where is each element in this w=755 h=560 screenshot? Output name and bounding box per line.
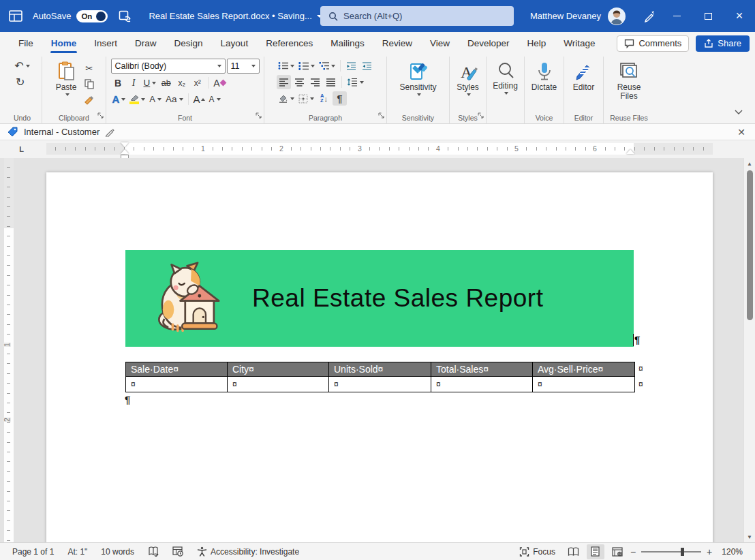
bullets-button[interactable]: [277, 59, 296, 73]
zoom-out-button[interactable]: −: [630, 546, 636, 557]
multilevel-list-button[interactable]: [318, 59, 337, 73]
highlight-button[interactable]: [128, 92, 147, 106]
styles-dialog-launcher[interactable]: [478, 109, 484, 121]
tab-layout[interactable]: Layout: [212, 32, 258, 55]
close-button[interactable]: ×: [724, 0, 755, 32]
scrollbar-thumb[interactable]: [747, 170, 753, 320]
clear-formatting-button[interactable]: A: [212, 76, 226, 90]
tab-review[interactable]: Review: [373, 32, 421, 55]
zoom-level[interactable]: 120%: [716, 547, 748, 557]
word-count[interactable]: 10 words: [95, 547, 140, 557]
cell-units-sold[interactable]: ¤: [329, 377, 431, 392]
share-button[interactable]: Share: [696, 35, 750, 52]
tab-view[interactable]: View: [421, 32, 459, 55]
change-case-button[interactable]: Aa: [164, 92, 185, 106]
cut-button[interactable]: ✂: [82, 61, 96, 75]
maximize-button[interactable]: [692, 0, 724, 32]
header-avg-sell-price[interactable]: Avg·Sell·Price¤: [533, 362, 635, 377]
document-page[interactable]: Real Estate Sales Report ¶ Sale·Date¤ Ci…: [46, 172, 713, 542]
text-effects-button[interactable]: A: [111, 92, 127, 106]
cell-city[interactable]: ¤: [228, 377, 329, 392]
tab-draw[interactable]: Draw: [126, 32, 166, 55]
tab-home[interactable]: Home: [42, 32, 86, 55]
numbering-button[interactable]: [297, 59, 316, 73]
superscript-button[interactable]: x²: [190, 76, 204, 90]
tab-developer[interactable]: Developer: [459, 32, 519, 55]
web-layout-button[interactable]: [608, 544, 626, 559]
tab-mailings[interactable]: Mailings: [322, 32, 373, 55]
first-line-indent-marker[interactable]: [121, 142, 129, 147]
strikethrough-button[interactable]: ab: [159, 76, 173, 90]
vertical-scrollbar[interactable]: ▲ ▼: [743, 158, 755, 542]
comments-button[interactable]: Comments: [617, 35, 689, 52]
macro-status-icon[interactable]: [167, 546, 189, 557]
save-status-icon[interactable]: [117, 10, 132, 23]
zoom-in-button[interactable]: +: [707, 546, 712, 557]
paragraph-dialog-launcher[interactable]: [378, 109, 384, 121]
copy-button[interactable]: [82, 77, 96, 91]
zoom-slider-track[interactable]: [641, 551, 701, 553]
underline-button[interactable]: U: [142, 76, 158, 90]
document-title-control[interactable]: Real Estate Sales Report.docx • Saving..…: [149, 11, 322, 21]
grow-font-button[interactable]: A: [192, 92, 206, 106]
right-indent-marker[interactable]: [626, 149, 634, 154]
align-left-button[interactable]: [277, 75, 291, 89]
page-indicator[interactable]: Page 1 of 1: [7, 547, 59, 557]
show-hide-formatting-button[interactable]: ¶: [333, 91, 347, 106]
banner-title[interactable]: Real Estate Sales Report: [252, 250, 543, 347]
header-city[interactable]: City¤: [228, 362, 329, 377]
hanging-indent-marker[interactable]: [121, 149, 129, 154]
minimize-button[interactable]: [661, 0, 692, 32]
cell-total-sales[interactable]: ¤: [431, 377, 533, 392]
dictate-button[interactable]: Dictate: [527, 59, 561, 110]
tab-insert[interactable]: Insert: [85, 32, 126, 55]
header-total-sales[interactable]: Total·Sales¤: [431, 362, 533, 377]
font-color-button[interactable]: A: [148, 92, 163, 106]
print-layout-button[interactable]: [587, 544, 604, 559]
read-mode-button[interactable]: [565, 544, 583, 559]
tab-references[interactable]: References: [257, 32, 322, 55]
sensitivity-button[interactable]: Sensitivity: [395, 59, 440, 110]
sales-table[interactable]: Sale·Date¤ City¤ Units·Sold¤ Total·Sales…: [125, 362, 635, 392]
tab-stop-selector[interactable]: L: [16, 144, 27, 154]
align-right-button[interactable]: [308, 75, 322, 89]
shrink-font-button[interactable]: A: [208, 92, 222, 106]
increase-indent-button[interactable]: [360, 59, 374, 73]
edit-pencil-icon[interactable]: [105, 127, 114, 137]
decrease-indent-button[interactable]: [344, 59, 358, 73]
font-size-combo[interactable]: 11: [227, 59, 260, 74]
paste-button[interactable]: Paste: [52, 59, 81, 110]
line-spacing-button[interactable]: [345, 75, 365, 89]
styles-button[interactable]: A Styles: [452, 59, 483, 110]
accessibility-status[interactable]: Accessibility: Investigate: [191, 546, 305, 557]
redo-button[interactable]: ↻: [13, 75, 27, 89]
collapse-ribbon-button[interactable]: [735, 106, 743, 118]
shading-button[interactable]: [277, 91, 296, 106]
format-painter-button[interactable]: [82, 93, 96, 108]
sensitivity-bar-close-icon[interactable]: ✕: [735, 127, 748, 138]
cell-sale-date[interactable]: ¤: [126, 377, 228, 392]
font-name-combo[interactable]: Calibri (Body): [111, 59, 226, 74]
justify-button[interactable]: [324, 75, 338, 89]
cell-avg-sell-price[interactable]: ¤: [533, 377, 635, 392]
search-input[interactable]: Search (Alt+Q): [320, 6, 514, 26]
italic-button[interactable]: I: [127, 76, 141, 90]
align-center-button[interactable]: [292, 75, 307, 89]
clipboard-dialog-launcher[interactable]: [97, 109, 104, 121]
ruler-track[interactable]: 1 2 3 4 5 6: [46, 143, 713, 155]
tab-help[interactable]: Help: [519, 32, 555, 55]
tab-file[interactable]: File: [10, 32, 42, 55]
user-name[interactable]: Matthew Devaney: [530, 11, 601, 21]
scroll-down-arrow[interactable]: ▼: [744, 531, 755, 542]
editor-button[interactable]: Editor: [569, 59, 598, 110]
bold-button[interactable]: B: [111, 76, 125, 90]
header-sale-date[interactable]: Sale·Date¤: [126, 362, 228, 377]
avatar[interactable]: [608, 7, 626, 25]
sort-button[interactable]: AZ↓: [317, 91, 331, 106]
subscript-button[interactable]: x₂: [174, 76, 189, 90]
zoom-slider-thumb[interactable]: [681, 548, 684, 556]
tab-writage[interactable]: Writage: [555, 32, 604, 55]
autosave-toggle[interactable]: On: [76, 10, 108, 22]
proofing-status-icon[interactable]: [142, 546, 164, 557]
font-dialog-launcher[interactable]: [256, 109, 262, 121]
